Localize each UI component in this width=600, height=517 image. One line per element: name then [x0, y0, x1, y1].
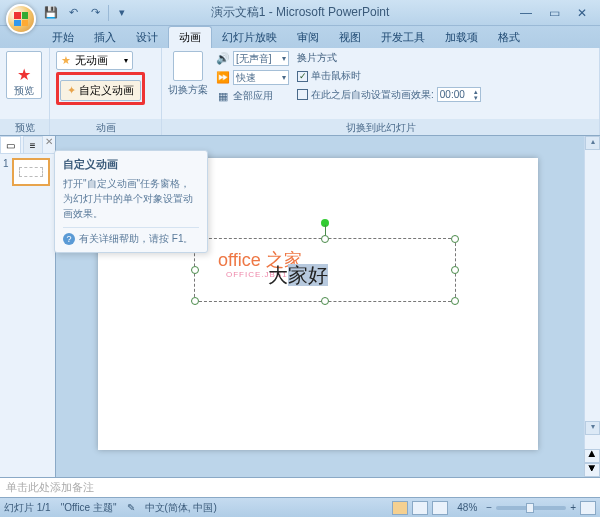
- transition-scheme[interactable]: 切换方案: [168, 51, 208, 97]
- scroll-down-button[interactable]: ▾: [585, 421, 600, 435]
- apply-all-icon: ▦: [216, 89, 230, 103]
- transition-options: 🔊 [无声音]▾ ⏩ 快速▾ ▦ 全部应用: [216, 51, 289, 103]
- slide-panel: ▭ ≡ ✕ 1: [0, 136, 56, 477]
- tab-design[interactable]: 设计: [126, 27, 168, 48]
- status-language[interactable]: 中文(简体, 中国): [145, 501, 217, 515]
- tab-animation[interactable]: 动画: [168, 26, 212, 48]
- help-icon: ?: [63, 233, 75, 245]
- custom-anim-icon: ✦: [67, 84, 76, 97]
- handle-bot-left[interactable]: [191, 297, 199, 305]
- transition-scheme-label: 切换方案: [168, 83, 208, 97]
- transition-sound-value: [无声音]: [236, 52, 272, 66]
- zoom-slider-thumb[interactable]: [526, 503, 534, 513]
- zoom-in-button[interactable]: +: [570, 502, 576, 513]
- office-button[interactable]: [6, 4, 36, 34]
- view-normal-button[interactable]: [392, 501, 408, 515]
- vertical-scrollbar[interactable]: ▴ ▾ ⯅ ⯆: [584, 136, 600, 477]
- next-slide-button[interactable]: ⯆: [584, 463, 600, 477]
- thumbnail-number: 1: [3, 158, 9, 169]
- handle-mid-right[interactable]: [451, 266, 459, 274]
- advance-time-input[interactable]: 00:00 ▴▾: [437, 87, 481, 102]
- tab-insert[interactable]: 插入: [84, 27, 126, 48]
- custom-animation-highlight: ✦ 自定义动画: [56, 72, 145, 105]
- save-icon[interactable]: 💾: [42, 4, 60, 22]
- advance-auto-label: 在此之后自动设置动画效果:: [311, 88, 434, 102]
- status-bar: 幻灯片 1/1 "Office 主题" ✎ 中文(简体, 中国) 48% − +: [0, 497, 600, 517]
- view-sorter-button[interactable]: [412, 501, 428, 515]
- handle-top-right[interactable]: [451, 235, 459, 243]
- tab-review[interactable]: 审阅: [287, 27, 329, 48]
- group-animation: ★ 无动画 ▾ ✦ 自定义动画 动画: [50, 48, 162, 135]
- zoom-percent[interactable]: 48%: [452, 502, 482, 513]
- advance-time-value: 00:00: [440, 89, 465, 100]
- advance-onclick-row[interactable]: ✓ 单击鼠标时: [297, 69, 481, 83]
- advance-onclick-label: 单击鼠标时: [311, 69, 361, 83]
- apply-all-label: 全部应用: [233, 89, 273, 103]
- checkbox-auto[interactable]: [297, 89, 308, 100]
- thumbnail-area: 1: [0, 154, 55, 190]
- slides-tab[interactable]: ▭: [0, 136, 21, 153]
- tab-addins[interactable]: 加载项: [435, 27, 488, 48]
- custom-animation-tooltip: 自定义动画 打开"自定义动画"任务窗格，为幻灯片中的单个对象设置动画效果。 ? …: [54, 150, 208, 253]
- advance-title: 换片方式: [297, 51, 481, 65]
- custom-animation-button[interactable]: ✦ 自定义动画: [60, 80, 141, 101]
- checkbox-onclick[interactable]: ✓: [297, 71, 308, 82]
- group-transition: 切换方案 🔊 [无声音]▾ ⏩ 快速▾ ▦ 全部应用 换片方式: [162, 48, 600, 135]
- advance-auto-row[interactable]: 在此之后自动设置动画效果: 00:00 ▴▾: [297, 87, 481, 102]
- zoom-out-button[interactable]: −: [486, 502, 492, 513]
- group-preview-label: 预览: [0, 119, 49, 135]
- close-button[interactable]: ✕: [572, 5, 592, 21]
- group-animation-label: 动画: [50, 119, 161, 135]
- prev-slide-button[interactable]: ⯅: [584, 449, 600, 463]
- handle-bot-right[interactable]: [451, 297, 459, 305]
- handle-top-mid[interactable]: [321, 235, 329, 243]
- animation-dropdown-value: 无动画: [75, 53, 108, 68]
- slide-nav-buttons: ⯅ ⯆: [584, 449, 600, 477]
- tooltip-help-text: 有关详细帮助，请按 F1。: [79, 232, 193, 246]
- advance-options: 换片方式 ✓ 单击鼠标时 在此之后自动设置动画效果: 00:00 ▴▾: [297, 51, 481, 102]
- panel-close-icon[interactable]: ✕: [45, 136, 53, 153]
- window-controls: — ▭ ✕: [516, 5, 592, 21]
- slide-thumbnail[interactable]: [12, 158, 50, 186]
- handle-bot-mid[interactable]: [321, 297, 329, 305]
- sound-icon: 🔊: [216, 52, 230, 66]
- tab-slideshow[interactable]: 幻灯片放映: [212, 27, 287, 48]
- notes-pane[interactable]: 单击此处添加备注: [0, 477, 600, 497]
- zoom-slider[interactable]: [496, 506, 566, 510]
- slide-text-selected: 家好: [288, 264, 328, 286]
- tab-developer[interactable]: 开发工具: [371, 27, 435, 48]
- status-spellcheck-icon[interactable]: ✎: [127, 502, 135, 513]
- handle-mid-left[interactable]: [191, 266, 199, 274]
- redo-icon[interactable]: ↷: [86, 4, 104, 22]
- view-slideshow-button[interactable]: [432, 501, 448, 515]
- animation-dropdown[interactable]: ★ 无动画 ▾: [56, 51, 133, 70]
- transition-preview-box: [173, 51, 203, 81]
- status-theme: "Office 主题": [61, 501, 117, 515]
- maximize-button[interactable]: ▭: [544, 5, 564, 21]
- slide-text-content[interactable]: 大家好: [268, 262, 328, 289]
- undo-icon[interactable]: ↶: [64, 4, 82, 22]
- preview-button[interactable]: ★ 预览: [6, 51, 42, 99]
- ribbon-tabs: 开始 插入 设计 动画 幻灯片放映 审阅 视图 开发工具 加载项 格式: [0, 26, 600, 48]
- apply-all-button[interactable]: ▦ 全部应用: [216, 89, 289, 103]
- quick-access-toolbar: 💾 ↶ ↷ ▾: [42, 4, 131, 22]
- fit-window-button[interactable]: [580, 501, 596, 515]
- status-slide-position: 幻灯片 1/1: [4, 501, 51, 515]
- slide-panel-tabs: ▭ ≡ ✕: [0, 136, 55, 154]
- qat-more-icon[interactable]: ▾: [113, 4, 131, 22]
- tab-view[interactable]: 视图: [329, 27, 371, 48]
- group-preview: ★ 预览 预览: [0, 48, 50, 135]
- outline-tab[interactable]: ≡: [23, 136, 44, 153]
- qat-separator: [108, 5, 109, 21]
- scroll-up-button[interactable]: ▴: [585, 136, 600, 150]
- group-transition-label: 切换到此幻灯片: [162, 119, 599, 135]
- transition-sound-row[interactable]: 🔊 [无声音]▾: [216, 51, 289, 66]
- slide-text-plain: 大: [268, 264, 288, 286]
- transition-speed-row[interactable]: ⏩ 快速▾: [216, 70, 289, 85]
- tooltip-body: 打开"自定义动画"任务窗格，为幻灯片中的单个对象设置动画效果。: [63, 176, 199, 221]
- status-right: 48% − +: [392, 501, 596, 515]
- preview-button-label: 预览: [14, 84, 34, 98]
- minimize-button[interactable]: —: [516, 5, 536, 21]
- tab-start[interactable]: 开始: [42, 27, 84, 48]
- tab-format[interactable]: 格式: [488, 27, 530, 48]
